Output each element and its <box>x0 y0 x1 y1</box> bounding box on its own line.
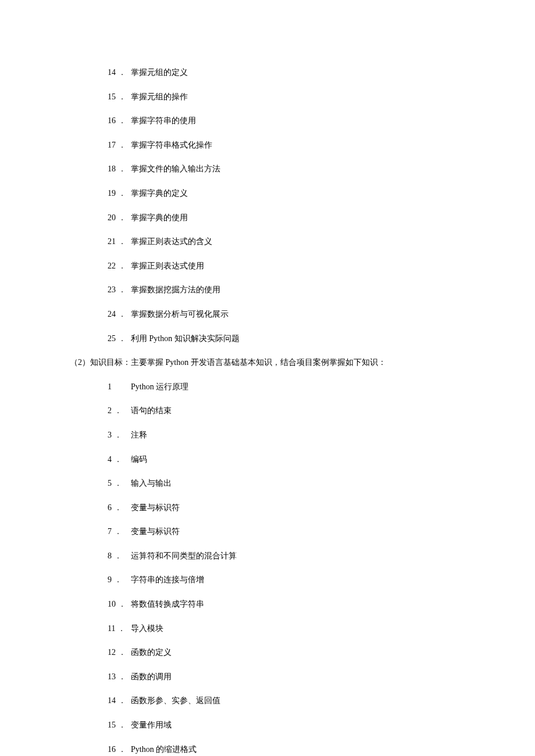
item-text: 掌握元组的操作 <box>131 91 188 103</box>
list-item: 19 ． 掌握字典的定义 <box>70 188 465 199</box>
item-number: 15 ． <box>108 719 131 731</box>
item-text: 运算符和不同类型的混合计算 <box>131 550 237 562</box>
list-item: 13 ． 函数的调用 <box>70 671 465 683</box>
item-number: 18 ． <box>108 163 131 175</box>
list-item: 17 ． 掌握字符串格式化操作 <box>70 139 465 151</box>
item-text: Python 的缩进格式 <box>131 744 197 755</box>
item-number: 5 ． <box>108 478 131 489</box>
list-item: 1 Python 运行原理 <box>70 381 465 393</box>
list-item: 12 ． 函数的定义 <box>70 647 465 658</box>
item-text: 变量与标识符 <box>131 526 180 538</box>
item-text: 函数的调用 <box>131 671 172 683</box>
list-item: 23 ． 掌握数据挖掘方法的使用 <box>70 284 465 296</box>
list-item: 10 ． 将数值转换成字符串 <box>70 599 465 610</box>
item-text: 注释 <box>131 429 147 441</box>
list-item: 5 ． 输入与输出 <box>70 478 465 489</box>
item-text: 掌握正则表达式使用 <box>131 260 204 272</box>
item-text: 掌握字典的使用 <box>131 212 188 224</box>
item-number: 19 ． <box>108 188 131 199</box>
item-text: 掌握字符串格式化操作 <box>131 139 212 151</box>
item-text: 函数的定义 <box>131 647 172 658</box>
list-item: 7 ． 变量与标识符 <box>70 526 465 538</box>
item-text: 掌握字典的定义 <box>131 188 188 199</box>
item-number: 12 ． <box>108 647 131 658</box>
item-text: Python 运行原理 <box>131 381 188 393</box>
item-text: 编码 <box>131 454 147 465</box>
list-item: 24 ． 掌握数据分析与可视化展示 <box>70 309 465 320</box>
list-item: 14 ． 函数形参、实参、返回值 <box>70 695 465 707</box>
item-text: 利用 Python 知识解决实际问题 <box>131 333 240 345</box>
item-number: 2 ． <box>108 405 131 417</box>
item-text: 掌握字符串的使用 <box>131 115 196 127</box>
list-item: 6 ． 变量与标识符 <box>70 502 465 514</box>
item-number: 11 ． <box>108 623 131 635</box>
item-number: 16 ． <box>108 744 131 755</box>
item-number: 13 ． <box>108 671 131 683</box>
item-text: 字符串的连接与倍增 <box>131 574 204 586</box>
list-item: 15 ． 掌握元组的操作 <box>70 91 465 103</box>
list-item: 8 ． 运算符和不同类型的混合计算 <box>70 550 465 562</box>
list-item: 16 ． 掌握字符串的使用 <box>70 115 465 127</box>
item-number: 3 ． <box>108 429 131 441</box>
list-item: 20 ． 掌握字典的使用 <box>70 212 465 224</box>
item-number: 14 ． <box>108 695 131 707</box>
item-number: 16 ． <box>108 115 131 127</box>
list-item: 21 ． 掌握正则表达式的含义 <box>70 236 465 248</box>
knowledge-goals-list: 1 Python 运行原理 2 ． 语句的结束 3 ． 注释 4 ． 编码 5 … <box>70 381 465 755</box>
item-text: 函数形参、实参、返回值 <box>131 695 220 707</box>
list-item: 14 ． 掌握元组的定义 <box>70 67 465 78</box>
item-text: 掌握数据分析与可视化展示 <box>131 309 229 320</box>
list-item: 18 ． 掌握文件的输入输出方法 <box>70 163 465 175</box>
list-item: 2 ． 语句的结束 <box>70 405 465 417</box>
item-text: 掌握正则表达式的含义 <box>131 236 212 248</box>
item-text: 变量作用域 <box>131 719 172 731</box>
list-item: 15 ． 变量作用域 <box>70 719 465 731</box>
item-text: 语句的结束 <box>131 405 172 417</box>
item-number: 4 ． <box>108 454 131 465</box>
list-item: 22 ． 掌握正则表达式使用 <box>70 260 465 272</box>
item-text: 掌握数据挖掘方法的使用 <box>131 284 220 296</box>
item-text: 输入与输出 <box>131 478 172 489</box>
item-number: 8 ． <box>108 550 131 562</box>
list-item: 9 ． 字符串的连接与倍增 <box>70 574 465 586</box>
item-number: 10 ． <box>108 599 131 610</box>
item-text: 将数值转换成字符串 <box>131 599 204 610</box>
item-number: 17 ． <box>108 139 131 151</box>
item-number: 20 ． <box>108 212 131 224</box>
skill-goals-list: 14 ． 掌握元组的定义 15 ． 掌握元组的操作 16 ． 掌握字符串的使用 … <box>70 67 465 344</box>
item-number: 6 ． <box>108 502 131 514</box>
item-number: 14 ． <box>108 67 131 78</box>
list-item: 11 ． 导入模块 <box>70 623 465 635</box>
item-number: 24 ． <box>108 309 131 320</box>
item-number: 9 ． <box>108 574 131 586</box>
list-item: 4 ． 编码 <box>70 454 465 465</box>
item-number: 25 ． <box>108 333 131 345</box>
item-number: 7 ． <box>108 526 131 538</box>
item-number: 21 ． <box>108 236 131 248</box>
list-item: 3 ． 注释 <box>70 429 465 441</box>
item-text: 掌握元组的定义 <box>131 67 188 78</box>
item-number: 22 ． <box>108 260 131 272</box>
item-number: 1 <box>108 381 131 393</box>
item-text: 导入模块 <box>131 623 163 635</box>
item-number: 15 ． <box>108 91 131 103</box>
item-number: 23 ． <box>108 284 131 296</box>
list-item: 25 ． 利用 Python 知识解决实际问题 <box>70 333 465 345</box>
item-text: 掌握文件的输入输出方法 <box>131 163 220 175</box>
section-heading: （2）知识目标：主要掌握 Python 开发语言基础基本知识，结合项目案例掌握如… <box>70 357 465 368</box>
list-item: 16 ． Python 的缩进格式 <box>70 744 465 755</box>
item-text: 变量与标识符 <box>131 502 180 514</box>
